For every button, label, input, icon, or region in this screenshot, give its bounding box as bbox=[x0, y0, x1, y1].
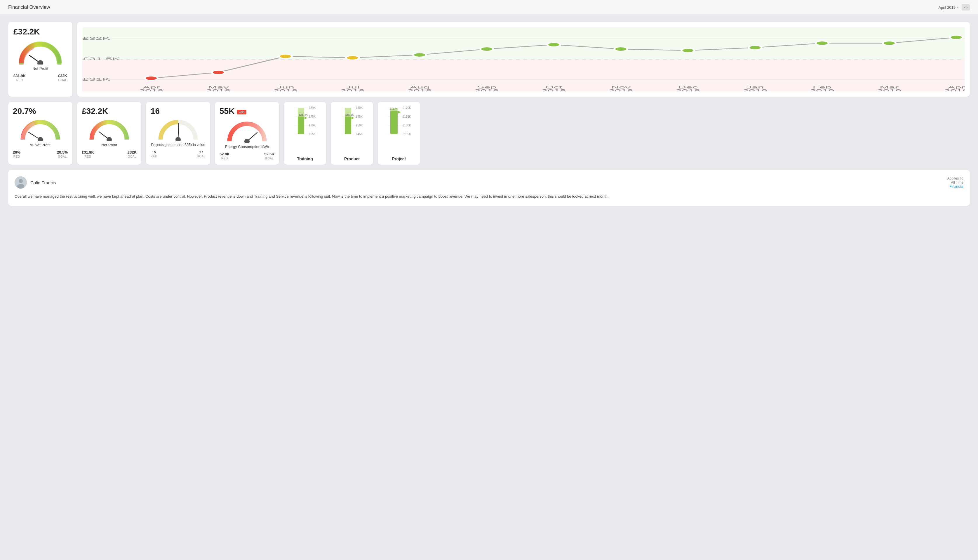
project-card: £170K £165K £160K £155K £167K bbox=[378, 102, 420, 165]
svg-text:£65K: £65K bbox=[309, 133, 316, 136]
pct-benchmarks: 20% RED 20.5% GOAL bbox=[13, 150, 68, 158]
training-chart: £80K £75K £70K £65K bbox=[286, 105, 324, 154]
comment-section: Colin Francis Applies To All Time Financ… bbox=[8, 170, 970, 206]
svg-text:2018: 2018 bbox=[407, 89, 432, 92]
svg-text:£60K: £60K bbox=[356, 106, 363, 110]
header-controls: April 2019 ▾ <> bbox=[938, 4, 970, 10]
svg-point-14 bbox=[413, 53, 426, 57]
svg-point-1 bbox=[37, 60, 43, 65]
svg-point-15 bbox=[480, 47, 493, 51]
comment-text: Overall we have managed the restructurin… bbox=[15, 193, 963, 199]
svg-text:2018: 2018 bbox=[475, 89, 499, 92]
svg-text:2018: 2018 bbox=[273, 89, 298, 92]
svg-text:£55K: £55K bbox=[356, 115, 363, 118]
card-benchmarks: £31.9K RED £32K GOAL bbox=[13, 73, 67, 82]
svg-text:2018: 2018 bbox=[340, 89, 365, 92]
red-benchmark: £31.9K RED bbox=[13, 73, 26, 82]
goal-label: GOAL bbox=[58, 78, 67, 82]
product-chart: £60K £55K £50K £45K £55.5K bbox=[333, 105, 371, 154]
bottom-row: 20.7% % Net Profit bbox=[8, 102, 970, 165]
svg-point-16 bbox=[547, 43, 560, 47]
projects-label: Projects greater than £25k in value bbox=[151, 143, 205, 147]
svg-point-52 bbox=[107, 137, 112, 141]
svg-rect-79 bbox=[345, 117, 351, 134]
avatar bbox=[15, 177, 27, 188]
svg-point-10 bbox=[145, 76, 158, 80]
user-name: Colin Francis bbox=[30, 180, 56, 185]
pct-goal: 20.5% GOAL bbox=[57, 150, 68, 158]
chevron-down-icon: ▾ bbox=[957, 5, 959, 9]
pct-red: 20% RED bbox=[13, 150, 20, 158]
page-title: Financial Overview bbox=[8, 4, 50, 10]
date-selector[interactable]: April 2019 ▾ bbox=[938, 5, 959, 10]
training-card: £80K £75K £70K £65K bbox=[284, 102, 326, 165]
svg-rect-92 bbox=[390, 111, 398, 134]
net-profit-card: £32.2K bbox=[8, 22, 72, 97]
svg-point-97 bbox=[19, 179, 23, 183]
svg-text:2019: 2019 bbox=[944, 89, 965, 92]
svg-point-20 bbox=[816, 41, 828, 45]
product-label: Product bbox=[344, 157, 360, 161]
svg-text:£80K: £80K bbox=[309, 106, 316, 110]
pct-net-profit-value: 20.7% bbox=[13, 107, 68, 116]
energy-card: 55K +88 Energy Consum bbox=[215, 102, 279, 165]
np2-gauge bbox=[82, 118, 137, 141]
svg-text:2018: 2018 bbox=[609, 89, 633, 92]
comment-header: Colin Francis Applies To All Time Financ… bbox=[15, 177, 963, 188]
line-chart-card: £32K £31.5K £31K bbox=[77, 22, 970, 97]
product-card: £60K £55K £50K £45K £55.5K bbox=[331, 102, 373, 165]
projects-card: 16 Projects greater than bbox=[146, 102, 210, 165]
energy-badge: +88 bbox=[237, 110, 247, 115]
svg-text:£75K: £75K bbox=[309, 115, 316, 118]
svg-point-54 bbox=[175, 137, 181, 141]
projects-gauge bbox=[151, 118, 205, 141]
svg-text:2018: 2018 bbox=[139, 89, 163, 92]
energy-gauge bbox=[220, 119, 275, 143]
svg-text:£160K: £160K bbox=[403, 124, 411, 127]
svg-marker-82 bbox=[352, 117, 354, 119]
svg-point-21 bbox=[883, 41, 896, 45]
svg-marker-95 bbox=[398, 111, 401, 113]
svg-text:£75.4K: £75.4K bbox=[299, 113, 308, 116]
svg-text:2019: 2019 bbox=[810, 89, 835, 92]
svg-marker-69 bbox=[305, 117, 307, 119]
red-label: RED bbox=[17, 78, 23, 82]
projects-benchmarks: 15 RED 17 GOAL bbox=[151, 150, 205, 158]
training-label: Training bbox=[297, 157, 313, 161]
svg-text:2018: 2018 bbox=[206, 89, 231, 92]
svg-text:£50K: £50K bbox=[356, 124, 363, 127]
energy-value-row: 55K +88 bbox=[220, 107, 275, 118]
net-profit-2-value: £32.2K bbox=[82, 107, 137, 116]
training-content: £80K £75K £70K £65K bbox=[286, 105, 324, 161]
user-info: Colin Francis bbox=[15, 177, 56, 188]
np2-benchmarks: £31.9K RED £32K GOAL bbox=[82, 150, 137, 158]
code-toggle-icon[interactable]: <> bbox=[961, 4, 970, 10]
svg-text:£32K: £32K bbox=[82, 36, 110, 40]
svg-text:£167K: £167K bbox=[390, 107, 397, 110]
header: Financial Overview April 2019 ▾ <> bbox=[0, 0, 978, 15]
svg-point-17 bbox=[615, 47, 627, 51]
svg-text:£45K: £45K bbox=[356, 133, 363, 136]
svg-point-50 bbox=[38, 137, 43, 141]
svg-text:2018: 2018 bbox=[541, 89, 566, 92]
svg-text:2018: 2018 bbox=[676, 89, 700, 92]
svg-text:2019: 2019 bbox=[877, 89, 901, 92]
svg-point-18 bbox=[681, 48, 694, 53]
svg-text:£155K: £155K bbox=[403, 133, 411, 136]
svg-rect-66 bbox=[298, 117, 304, 134]
top-row: £32.2K bbox=[8, 22, 970, 97]
project-content: £170K £165K £160K £155K £167K bbox=[380, 105, 418, 161]
applies-to-link[interactable]: Financial bbox=[950, 185, 963, 188]
applies-to-period: All Time bbox=[947, 180, 963, 185]
gauge-label: Net Profit bbox=[13, 66, 67, 71]
pct-gauge bbox=[13, 118, 68, 141]
svg-text:£170K: £170K bbox=[403, 106, 411, 110]
svg-point-11 bbox=[212, 70, 225, 75]
energy-value: 55K bbox=[220, 107, 235, 116]
svg-text:£70K: £70K bbox=[309, 124, 316, 127]
applies-to: Applies To All Time Financial bbox=[947, 177, 963, 188]
pct-net-profit-card: 20.7% % Net Profit bbox=[8, 102, 72, 165]
svg-text:2019: 2019 bbox=[743, 89, 767, 92]
svg-point-12 bbox=[279, 54, 292, 58]
pct-gauge-label: % Net Profit bbox=[13, 143, 68, 147]
